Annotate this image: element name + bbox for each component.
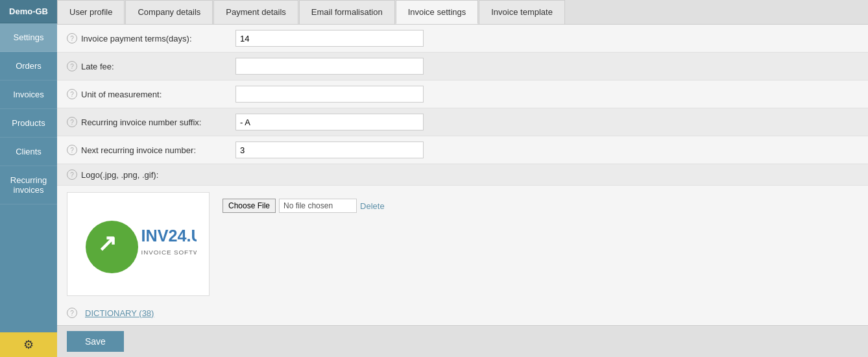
label-logo: Logo(.jpg, .png, .gif): [81, 170, 158, 180]
help-icon-logo[interactable]: ? [67, 169, 77, 180]
sidebar-logo: Demo-GB [0, 0, 57, 23]
label-group-late-fee: ? Late fee: [67, 61, 235, 71]
content-area: ? Invoice payment terms(days): ? Late fe… [57, 25, 868, 325]
form-row-unit-measurement: ? Unit of measurement: [57, 80, 868, 108]
tab-payment-details[interactable]: Payment details [213, 0, 298, 24]
label-group-unit-measurement: ? Unit of measurement: [67, 89, 235, 99]
logo-preview: ↗ INV24.UK INVOICE SOFTWARE [67, 192, 210, 296]
dictionary-row: ? DICTIONARY (38) [57, 302, 868, 323]
delete-logo-link[interactable]: Delete [360, 201, 385, 211]
logo-image: ↗ INV24.UK INVOICE SOFTWARE [80, 202, 197, 286]
invoice-settings-form: ? Invoice payment terms(days): ? Late fe… [57, 25, 868, 323]
svg-text:INVOICE SOFTWARE: INVOICE SOFTWARE [141, 249, 197, 256]
label-group-logo: ? Logo(.jpg, .png, .gif): [67, 169, 235, 180]
svg-text:↗: ↗ [97, 230, 117, 256]
logo-section: ↗ INV24.UK INVOICE SOFTWARE Choose File … [57, 186, 868, 302]
tab-company-details[interactable]: Company details [125, 0, 213, 24]
help-icon-unit-measurement[interactable]: ? [67, 89, 77, 99]
form-row-payment-terms: ? Invoice payment terms(days): [57, 25, 868, 53]
choose-file-button[interactable]: Choose File [223, 199, 276, 213]
input-recurring-suffix[interactable] [235, 114, 424, 130]
sidebar-item-orders[interactable]: Orders [0, 52, 57, 80]
form-row-logo-label: ? Logo(.jpg, .png, .gif): [57, 164, 868, 186]
label-late-fee: Late fee: [81, 62, 114, 71]
svg-text:INV24.UK: INV24.UK [141, 227, 197, 245]
sidebar-item-products[interactable]: Products [0, 109, 57, 138]
form-row-late-fee: ? Late fee: [57, 53, 868, 80]
label-unit-measurement: Unit of measurement: [81, 90, 162, 99]
logo-controls: Choose File No file chosen Delete [223, 192, 385, 213]
input-late-fee[interactable] [235, 58, 424, 75]
label-group-next-recurring: ? Next recurring invoice number: [67, 145, 235, 155]
help-icon-next-recurring[interactable]: ? [67, 145, 77, 155]
tab-invoice-settings[interactable]: Invoice settings [396, 0, 479, 24]
sidebar-item-clients[interactable]: Clients [0, 138, 57, 166]
input-next-recurring[interactable] [235, 142, 424, 158]
file-input-row: Choose File No file chosen Delete [223, 199, 385, 213]
help-icon-dictionary[interactable]: ? [67, 308, 77, 318]
file-name-display: No file chosen [279, 199, 357, 213]
input-unit-measurement[interactable] [235, 86, 424, 103]
help-icon-payment-terms[interactable]: ? [67, 33, 77, 43]
form-row-recurring-suffix: ? Recurring invoice number suffix: [57, 108, 868, 136]
sidebar-bottom-icon: ⚙ [0, 332, 57, 357]
label-next-recurring: Next recurring invoice number: [81, 145, 196, 155]
label-payment-terms: Invoice payment terms(days): [81, 34, 192, 43]
help-icon-recurring-suffix[interactable]: ? [67, 117, 77, 127]
input-payment-terms[interactable] [235, 30, 424, 47]
help-icon-late-fee[interactable]: ? [67, 61, 77, 71]
save-button[interactable]: Save [67, 331, 124, 352]
tab-user-profile[interactable]: User profile [57, 0, 125, 24]
form-row-next-recurring: ? Next recurring invoice number: [57, 136, 868, 164]
main-content: User profile Company details Payment det… [57, 0, 868, 357]
label-group-recurring-suffix: ? Recurring invoice number suffix: [67, 117, 235, 127]
sidebar-item-invoices[interactable]: Invoices [0, 80, 57, 109]
logo-container: ↗ INV24.UK INVOICE SOFTWARE Choose File … [67, 192, 858, 296]
tab-invoice-template[interactable]: Invoice template [479, 0, 565, 24]
tab-bar: User profile Company details Payment det… [57, 0, 868, 25]
save-bar: Save [57, 325, 868, 357]
tab-email-formalisation[interactable]: Email formalisation [299, 0, 395, 24]
sidebar: Demo-GB Settings Orders Invoices Product… [0, 0, 57, 357]
dictionary-link[interactable]: DICTIONARY (38) [85, 308, 154, 318]
sidebar-item-settings[interactable]: Settings [0, 23, 57, 52]
label-group-payment-terms: ? Invoice payment terms(days): [67, 33, 235, 43]
label-recurring-suffix: Recurring invoice number suffix: [81, 117, 201, 127]
sidebar-item-recurring-invoices[interactable]: Recurring invoices [0, 166, 57, 204]
